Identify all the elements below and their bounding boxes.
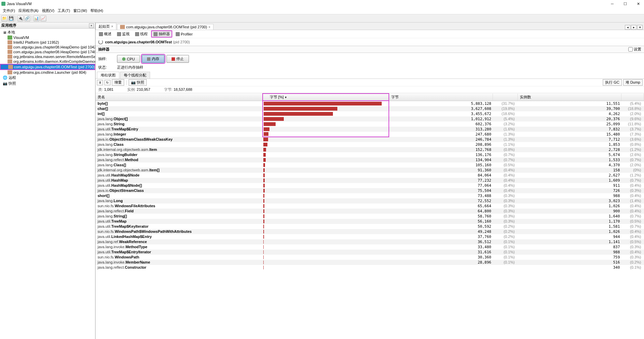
table-row[interactable]: java.lang.Integer 247,680 (1.3%) 15,480 … [96, 132, 644, 137]
table-row[interactable]: sun.nio.fs.WindowsFileAttributes 65,664 … [96, 203, 644, 209]
section-header: 抽样器 设置 [96, 46, 644, 53]
tool-btn-5[interactable]: 📊 [33, 15, 40, 22]
tree-item[interactable]: IntelliJ Platform (pid 11952) [0, 40, 95, 45]
bytes-bar [263, 157, 389, 163]
close-icon[interactable]: × [111, 25, 113, 28]
table-row[interactable]: java.util.TreeMap 56,160 (0.3%) 1,170 (0… [96, 219, 644, 224]
menu-applications[interactable]: 应用程序(A) [17, 8, 40, 14]
table-row[interactable]: sun.nio.fs.WindowsPath$WindowsPathWithAt… [96, 229, 644, 234]
sidebar-close-button[interactable]: × [89, 23, 94, 28]
table-row[interactable]: java.lang.Long 72,552 (0.3%) 3,023 (1.4%… [96, 198, 644, 203]
table-row[interactable]: byte[] 5,883,128 (31.7%) 11,551 (5.4%) [96, 101, 644, 106]
table-row[interactable]: java.lang.String[] 58,760 (0.3%) 1,640 (… [96, 214, 644, 219]
minimize-button[interactable]: ─ [608, 1, 617, 6]
table-row[interactable]: short[] 73,488 (0.3%) 988 (0.4%) [96, 193, 644, 198]
tree-item[interactable]: VisualVM [0, 35, 95, 40]
table-row[interactable]: java.lang.invoke.MethodType 33,480 (0.1%… [96, 244, 644, 250]
tree-group-snapshot[interactable]: 📷快照 [0, 81, 95, 86]
table-row[interactable]: java.util.TreeMap$EntryIterator 31,616 (… [96, 250, 644, 255]
table-row[interactable]: java.lang.String 602,376 (3.2%) 25,099 (… [96, 122, 644, 127]
subtab-profiler[interactable]: Profiler [174, 31, 195, 37]
menu-help[interactable]: 帮助(H) [89, 8, 104, 14]
table-row[interactable]: int[] 3,455,672 (18.6%) 4,262 (2.0%) [96, 111, 644, 116]
col-instances[interactable]: 实例数 [517, 94, 621, 101]
table-row[interactable]: java.util.TreeMap$KeyIterator 50,592 (0.… [96, 224, 644, 229]
tab-prev-button[interactable]: ◂ [625, 25, 630, 30]
tree-item[interactable]: org.jetbrains.kotlin.daemon.KotlinCompil… [0, 59, 95, 64]
menu-window[interactable]: 窗口(W) [72, 8, 88, 14]
app-tree[interactable]: 🖥本地 VisualVMIntelliJ Platform (pid 11952… [0, 29, 95, 339]
snapshot-button[interactable]: 📷 快照 [129, 79, 147, 86]
class-name: java.lang.StringBuilder [96, 152, 263, 157]
subtab-threads[interactable]: 线程 [133, 31, 150, 37]
bytes-bar [263, 188, 389, 193]
data-table-container[interactable]: 类名 字节 [%] 字节 实例数 byte[] 5,883,128 (31.7%… [96, 93, 644, 270]
delta-button[interactable]: 增量 [112, 79, 124, 86]
tab-oomtest[interactable]: com.atguigu.java.chapter08.OOMTest (pid … [117, 24, 214, 30]
close-icon[interactable]: × [208, 25, 210, 29]
heap-dump-button[interactable]: 堆 Dump [623, 79, 643, 86]
tree-item[interactable]: org.jetbrains.jps.cmdline.Launcher (pid … [0, 70, 95, 75]
table-row[interactable]: java.util.HashMap$Node[] 77,064 (0.4%) 9… [96, 183, 644, 188]
table-row[interactable]: sun.nio.fs.WindowsPath 30,360 (0.1%) 759… [96, 255, 644, 260]
view-tab-thread[interactable]: 每个线程分配 [120, 72, 150, 79]
col-bytes-pct[interactable]: 字节 [%] [263, 94, 389, 101]
cpu-icon [122, 57, 126, 61]
menu-file[interactable]: 文件(F) [1, 8, 16, 14]
col-name[interactable]: 类名 [96, 94, 263, 101]
settings-checkbox[interactable]: 设置 [628, 47, 641, 52]
bytes-value: 136,176 [389, 152, 493, 157]
table-row[interactable]: java.lang.reflect.Method 134,904 (0.7%) … [96, 157, 644, 163]
menu-tools[interactable]: 工具(T) [56, 8, 71, 14]
memory-button[interactable]: 内存 [142, 55, 164, 63]
cpu-button[interactable]: CPU [117, 55, 140, 63]
table-row[interactable]: java.lang.Class 208,896 (1.1%) 1,853 (0.… [96, 142, 644, 147]
table-row[interactable]: java.io.ObjectStreamClass$WeakClassKey 2… [96, 137, 644, 142]
close-button[interactable]: ✕ [634, 1, 643, 6]
table-row[interactable]: jdk.internal.org.objectweb.asm.Item[] 91… [96, 168, 644, 173]
table-row[interactable]: java.lang.Object[] 1,012,912 (5.4%) 20,3… [96, 116, 644, 122]
pause-button[interactable]: ⏸ [97, 80, 103, 85]
table-row[interactable]: java.lang.Class[] 105,160 (0.5%) 4,370 (… [96, 163, 644, 168]
table-row[interactable]: jdk.internal.org.objectweb.asm.Item 152,… [96, 147, 644, 152]
maximize-button[interactable]: ☐ [621, 1, 630, 6]
tree-item[interactable]: com.atguigu.java.chapter08.OOMTest (pid … [0, 64, 95, 70]
tool-btn-6[interactable]: 📈 [40, 15, 46, 22]
menu-view[interactable]: 视图(V) [41, 8, 56, 14]
table-row[interactable]: java.lang.StringBuilder 136,176 (0.7%) 5… [96, 152, 644, 157]
col-bytes-pct-val[interactable] [493, 94, 517, 101]
table-row[interactable]: java.lang.reflect.Constructor 340 (0.1%) [96, 265, 644, 270]
subtab-monitor[interactable]: 监视 [115, 31, 132, 37]
table-row[interactable]: java.util.TreeMap$Entry 313,280 (1.6%) 7… [96, 127, 644, 132]
tool-btn-2[interactable]: 💾 [8, 15, 14, 22]
tree-group-local[interactable]: 🖥本地 [0, 29, 95, 35]
table-row[interactable]: java.lang.ref.WeakReference 36,512 (0.1%… [96, 239, 644, 244]
subtab-sampler[interactable]: 抽样器 [151, 30, 172, 38]
table-row[interactable]: java.io.ObjectStreamClass 75,504 (0.4%) … [96, 188, 644, 193]
tool-btn-3[interactable]: 🔌 [17, 15, 24, 22]
gc-button[interactable]: 执行 GC [603, 79, 622, 86]
subtab-overview[interactable]: 概述 [97, 31, 114, 37]
col-instances-pct[interactable] [621, 94, 644, 101]
tree-item[interactable]: org.jetbrains.idea.maven.server.RemoteMa… [0, 54, 95, 59]
stop-button[interactable]: 停止 [166, 55, 189, 63]
table-row[interactable]: java.lang.invoke.MemberName 28,896 (0.1%… [96, 260, 644, 265]
tab-next-button[interactable]: ▸ [631, 25, 636, 30]
tree-item[interactable]: com.atguigu.java.chapter08.HeapDemo (pid… [0, 50, 95, 54]
tree-item[interactable]: com.atguigu.java.chapter08.HeapDemo (pid… [0, 45, 95, 50]
table-row[interactable]: java.util.HashMap 77,232 (0.4%) 1,609 (0… [96, 178, 644, 183]
table-row[interactable]: java.lang.reflect.Field 64,800 (0.3%) 90… [96, 209, 644, 214]
table-row[interactable]: java.util.HashMap$Node 84,064 (0.4%) 2,6… [96, 173, 644, 178]
tool-btn-4[interactable]: 🔗 [24, 15, 30, 22]
tab-start-page[interactable]: 起始页 × [96, 23, 116, 30]
tool-btn-1[interactable]: 📁 [1, 15, 8, 22]
view-tab-heap[interactable]: 堆柱状图 [97, 72, 119, 79]
table-row[interactable]: java.util.LinkedHashMap$Entry 37,760 (0.… [96, 234, 644, 239]
instances-value: 1,609 [517, 178, 621, 183]
table-row[interactable]: char[] 3,627,608 (19.8%) 39,700 (18.8%) [96, 106, 644, 111]
refresh-button[interactable]: ↻ [104, 80, 111, 85]
col-bytes[interactable]: 字节 [389, 94, 493, 101]
tab-list-button[interactable]: ▾ [637, 25, 643, 30]
class-name: short[] [96, 193, 263, 198]
tree-group-remote[interactable]: 🌐远程 [0, 75, 95, 81]
